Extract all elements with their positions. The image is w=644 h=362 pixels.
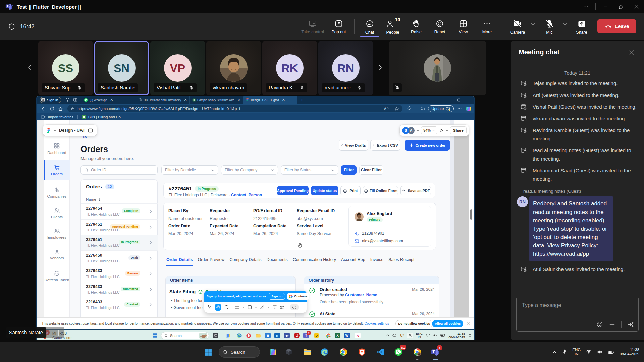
browser-signin-button[interactable]: Sign in: [40, 97, 61, 103]
attach-plus-icon[interactable]: [609, 321, 615, 328]
move-tool-icon[interactable]: [207, 305, 212, 310]
window-restore-button[interactable]: [613, 0, 629, 13]
wifi-icon[interactable]: [426, 333, 430, 337]
order-row-selected[interactable]: 2276451TL Flex Holdings LLC In Progress: [81, 235, 158, 250]
tab-documents[interactable]: Documents: [267, 257, 288, 266]
sort-by-name[interactable]: Name: [86, 197, 101, 201]
pop-out-button[interactable]: Pop out: [327, 13, 350, 40]
notification-bell-icon[interactable]: [468, 333, 472, 337]
shared-app-icon-excel[interactable]: X: [335, 333, 340, 338]
shared-app-icon-word[interactable]: W: [344, 333, 350, 338]
people-button[interactable]: 10 People: [381, 13, 405, 40]
cookie-close-icon[interactable]: [467, 322, 471, 325]
participant-tile[interactable]: SS Shivani Sup...: [38, 41, 93, 95]
chevron-down-icon[interactable]: [242, 306, 245, 309]
fill-online-form-button[interactable]: Fill Online Form: [363, 186, 398, 195]
order-row[interactable]: 2279451TL Flex Holdings LLC Approval Pen…: [81, 219, 158, 235]
shared-app-icon-teams[interactable]: T 2: [303, 333, 309, 338]
battery-icon[interactable]: [440, 334, 445, 337]
tab-order-details[interactable]: Order Details: [166, 257, 193, 266]
chevron-down-icon[interactable]: [416, 129, 419, 132]
shared-start-button[interactable]: [152, 333, 158, 338]
tab-close-icon[interactable]: ✕: [184, 98, 187, 102]
volume-muted-icon[interactable]: [433, 333, 437, 337]
status-filter-select[interactable]: Filter by Status: [281, 165, 338, 175]
comment-tool-icon[interactable]: [224, 305, 229, 310]
import-favorites-label[interactable]: Import favorites: [48, 115, 73, 119]
sidebar-item-orders[interactable]: Orders: [44, 165, 70, 176]
hand-tool-icon-active[interactable]: [215, 304, 221, 311]
shared-app-icon-meet[interactable]: [284, 333, 290, 338]
approval-pending-button[interactable]: Approval Pending: [277, 186, 309, 195]
back-icon[interactable]: [39, 106, 48, 111]
dev-mode-code-icon[interactable]: [290, 304, 299, 310]
shared-app-icon-norton[interactable]: [314, 333, 319, 338]
participant-tile-active-speaker[interactable]: SN Santosh Narate: [94, 41, 149, 95]
chevron-down-icon[interactable]: [53, 129, 56, 132]
window-minimize-button[interactable]: [598, 0, 613, 13]
browser-tab[interactable]: DC Divisions and Surroundings ✕: [136, 96, 189, 104]
tray-mic-muted-icon[interactable]: [407, 333, 413, 338]
battery-icon[interactable]: [608, 350, 614, 354]
figma-logo-icon[interactable]: [47, 128, 51, 133]
print-button[interactable]: Print: [340, 186, 361, 195]
sidebar-item-dashboard[interactable]: Dashboard: [44, 143, 70, 155]
leave-button[interactable]: Leave: [597, 19, 636, 33]
browser-maximize-icon[interactable]: [457, 98, 460, 102]
copilot-icon[interactable]: [464, 106, 473, 112]
browser-close-icon[interactable]: [468, 98, 471, 102]
url-field[interactable]: https://www.figma.com/design/9BKQ0FOHRWa…: [67, 105, 402, 112]
shared-app-icon-folder[interactable]: [255, 333, 261, 338]
browser-settings-icon[interactable]: [455, 106, 464, 111]
view-button[interactable]: View: [453, 13, 473, 40]
shared-app-icon-outlook[interactable]: o: [274, 333, 280, 338]
tab-account-rep[interactable]: Account Rep: [341, 257, 365, 266]
shared-search-box[interactable]: Search: [161, 332, 209, 339]
browser-tab[interactable]: Sample Salary Structure with calc ✕: [189, 96, 243, 104]
shared-app-icon-acrobat[interactable]: A: [355, 333, 361, 338]
cookie-settings-link[interactable]: Cookies settings: [365, 322, 389, 325]
send-icon[interactable]: [627, 321, 634, 328]
text-tool-icon[interactable]: [273, 305, 277, 309]
onedrive-icon[interactable]: [392, 334, 397, 337]
clear-filter-button[interactable]: Clear Filter: [359, 165, 383, 175]
sidebar-item-companies[interactable]: Companies: [44, 187, 70, 198]
zoom-level-select[interactable]: 94%: [421, 126, 437, 134]
order-row[interactable]: 2276450TL Flex Holdings LLC Draft: [81, 250, 158, 266]
shared-app-icon-opera[interactable]: [246, 333, 251, 338]
home-icon[interactable]: [56, 106, 65, 111]
camera-options-chevron[interactable]: [528, 13, 538, 40]
mic-button[interactable]: Mic: [539, 13, 560, 40]
browser-minimize-icon[interactable]: [446, 98, 449, 102]
tab-invoice[interactable]: Invoice: [370, 257, 384, 266]
strip-prev-arrow[interactable]: [27, 64, 32, 71]
zoom-in-plus-icon[interactable]: [55, 329, 63, 337]
taskbar-clock[interactable]: 11:38 08-04-2025: [620, 348, 639, 356]
shared-app-icon-mcafee[interactable]: [294, 333, 300, 338]
order-row[interactable]: 2216433TL Flex Holdings LLC Created: [81, 297, 158, 313]
chevron-down-icon[interactable]: [445, 129, 448, 132]
browser-update-button[interactable]: Update !: [428, 105, 454, 112]
figma-share-button[interactable]: Share: [450, 126, 467, 134]
wifi-icon[interactable]: [586, 350, 592, 354]
teams-taskbar-icon[interactable]: 1: [430, 347, 441, 357]
share-button[interactable]: Share: [571, 13, 592, 40]
present-play-icon[interactable]: [439, 128, 444, 133]
shared-app-icon-edge[interactable]: [236, 333, 242, 338]
brave-icon[interactable]: [357, 347, 367, 357]
components-tool-icon[interactable]: [280, 305, 284, 310]
bookmark-label[interactable]: Bills | Billing and Co...: [88, 115, 124, 119]
collections-icon[interactable]: [418, 106, 427, 111]
volume-icon[interactable]: [597, 350, 602, 354]
tab-close-icon[interactable]: ✕: [282, 98, 285, 102]
sidebar-item-vendors[interactable]: Vendors: [44, 249, 70, 260]
create-new-order-button[interactable]: Create new order: [405, 140, 450, 151]
language-indicator[interactable]: ENG IN: [572, 348, 581, 356]
deny-cookies-button[interactable]: Do not allow cookies: [395, 320, 433, 327]
edge-icon[interactable]: [319, 347, 330, 357]
figma-signup-button[interactable]: Sign up: [269, 293, 285, 300]
extensions-icon[interactable]: [405, 106, 414, 111]
chevron-down-icon[interactable]: [267, 306, 270, 309]
shape-tool-icon[interactable]: [248, 305, 252, 309]
export-csv-button[interactable]: Export CSV: [370, 140, 400, 151]
